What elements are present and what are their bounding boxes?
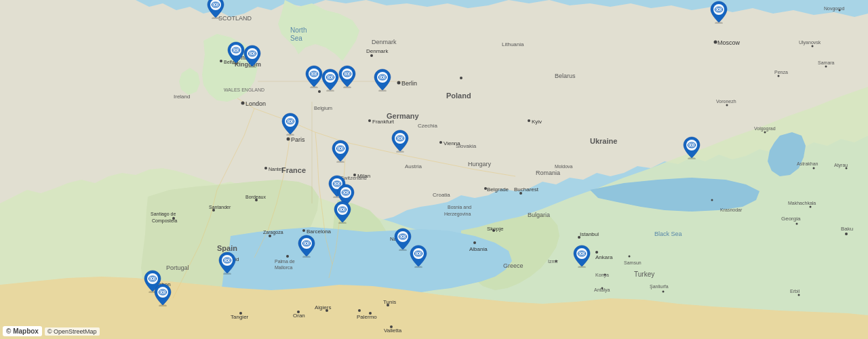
svg-text:Czechia: Czechia bbox=[418, 123, 437, 129]
svg-text:Greece: Greece bbox=[503, 262, 524, 269]
svg-point-168 bbox=[347, 73, 348, 75]
svg-point-34 bbox=[370, 54, 373, 57]
map-marker-m10[interactable] bbox=[390, 129, 410, 153]
svg-text:Ankara: Ankara bbox=[595, 254, 613, 260]
svg-text:Zaragoza: Zaragoza bbox=[263, 230, 283, 235]
svg-point-61 bbox=[269, 235, 271, 237]
map-marker-m15[interactable] bbox=[217, 252, 237, 275]
svg-point-118 bbox=[764, 132, 766, 134]
map-marker-m21[interactable] bbox=[682, 136, 702, 159]
svg-text:Ulyanovsk: Ulyanovsk bbox=[799, 40, 821, 45]
svg-text:Şanliurfa: Şanliurfa bbox=[650, 284, 669, 290]
map-container: London Paris Berlin Frankfurt Vienna Mil… bbox=[0, 0, 868, 339]
svg-text:Palermo: Palermo bbox=[357, 314, 377, 320]
svg-text:Santander: Santander bbox=[209, 205, 231, 210]
svg-point-137 bbox=[810, 206, 812, 208]
svg-text:Samara: Samara bbox=[818, 60, 835, 65]
svg-text:North: North bbox=[290, 26, 307, 34]
svg-text:Skopje: Skopje bbox=[487, 226, 504, 232]
svg-text:Atyrau: Atyrau bbox=[834, 163, 848, 168]
svg-text:Antalya: Antalya bbox=[594, 287, 610, 293]
svg-point-5 bbox=[287, 138, 290, 141]
svg-text:Moscow: Moscow bbox=[717, 39, 741, 46]
svg-point-30 bbox=[595, 251, 598, 254]
svg-point-238 bbox=[581, 253, 583, 254]
svg-text:Ukraine: Ukraine bbox=[590, 137, 617, 145]
svg-point-158 bbox=[313, 73, 315, 75]
svg-point-208 bbox=[306, 243, 307, 244]
svg-text:Poland: Poland bbox=[446, 92, 471, 100]
svg-text:Bosnia and: Bosnia and bbox=[448, 205, 471, 210]
svg-point-67 bbox=[220, 60, 222, 62]
svg-text:Erbil: Erbil bbox=[790, 289, 800, 294]
svg-point-153 bbox=[252, 53, 253, 54]
map-marker-m20[interactable] bbox=[572, 245, 592, 268]
svg-point-101 bbox=[629, 256, 631, 258]
svg-text:Denmark: Denmark bbox=[372, 39, 397, 45]
svg-text:Belgium: Belgium bbox=[314, 105, 332, 111]
svg-point-126 bbox=[812, 45, 814, 47]
svg-point-135 bbox=[798, 294, 800, 296]
map-marker-m22[interactable] bbox=[709, 1, 729, 24]
svg-text:Samsun: Samsun bbox=[624, 260, 642, 265]
svg-text:Berlin: Berlin bbox=[401, 80, 417, 87]
svg-text:Paris: Paris bbox=[291, 136, 305, 143]
map-marker-m9[interactable] bbox=[330, 140, 351, 163]
svg-text:Izmir: Izmir bbox=[548, 259, 559, 264]
svg-text:Lithuania: Lithuania bbox=[502, 41, 524, 47]
svg-point-178 bbox=[290, 121, 291, 122]
svg-text:Konya: Konya bbox=[595, 273, 609, 278]
svg-text:Istanbul: Istanbul bbox=[580, 231, 599, 237]
svg-text:Ireland: Ireland bbox=[174, 94, 190, 100]
svg-point-213 bbox=[226, 260, 228, 261]
svg-point-41 bbox=[473, 241, 476, 244]
svg-text:Tangier: Tangier bbox=[231, 314, 249, 320]
svg-text:Herzegovina: Herzegovina bbox=[444, 212, 471, 217]
svg-text:Barcelona: Barcelona bbox=[307, 228, 332, 235]
svg-point-122 bbox=[778, 75, 780, 77]
map-marker-m6[interactable] bbox=[337, 65, 357, 88]
svg-point-116 bbox=[813, 167, 815, 170]
map-marker-m13[interactable] bbox=[332, 201, 353, 224]
svg-point-111 bbox=[845, 233, 848, 235]
osm-attribution: © OpenStreetMap bbox=[45, 327, 100, 336]
svg-point-124 bbox=[825, 66, 827, 68]
map-marker-m19[interactable] bbox=[408, 245, 429, 268]
svg-text:Algiers: Algiers bbox=[315, 304, 331, 311]
map-marker-m3[interactable] bbox=[242, 45, 262, 68]
svg-point-188 bbox=[399, 138, 401, 139]
map-marker-m1[interactable] bbox=[205, 0, 226, 19]
map-attribution: © Mapbox © OpenStreetMap bbox=[3, 326, 100, 336]
svg-point-7 bbox=[397, 81, 401, 85]
map-marker-m14[interactable] bbox=[296, 235, 317, 258]
svg-text:Baku: Baku bbox=[841, 226, 853, 232]
svg-text:Kyiv: Kyiv bbox=[532, 119, 542, 125]
svg-text:Voronezh: Voronezh bbox=[716, 99, 736, 104]
svg-point-65 bbox=[264, 167, 267, 170]
svg-text:Penza: Penza bbox=[774, 70, 788, 75]
svg-text:Bordeaux: Bordeaux bbox=[245, 195, 266, 199]
svg-text:Palma de: Palma de bbox=[275, 259, 295, 264]
svg-point-163 bbox=[330, 77, 331, 78]
svg-text:Albania: Albania bbox=[469, 246, 488, 252]
svg-text:Turkey: Turkey bbox=[634, 271, 654, 278]
svg-point-198 bbox=[345, 192, 347, 193]
svg-text:Astrakhan: Astrakhan bbox=[797, 161, 818, 166]
svg-text:Germany: Germany bbox=[387, 112, 420, 120]
svg-text:Romania: Romania bbox=[536, 170, 560, 176]
map-marker-m8[interactable] bbox=[280, 113, 300, 136]
mapbox-logo: © Mapbox bbox=[3, 326, 42, 336]
map-marker-m17[interactable] bbox=[153, 283, 173, 306]
svg-text:Tunis: Tunis bbox=[383, 299, 396, 305]
svg-text:Austria: Austria bbox=[405, 163, 422, 170]
map-background: London Paris Berlin Frankfurt Vienna Mil… bbox=[0, 0, 868, 339]
svg-point-11 bbox=[439, 141, 442, 144]
svg-point-21 bbox=[460, 77, 462, 79]
svg-point-148 bbox=[235, 49, 237, 51]
svg-text:Moldova: Moldova bbox=[555, 164, 573, 169]
svg-point-15 bbox=[302, 229, 305, 232]
map-marker-m7[interactable] bbox=[372, 68, 393, 92]
svg-text:Bulgaria: Bulgaria bbox=[528, 212, 550, 218]
svg-point-51 bbox=[358, 309, 361, 312]
svg-point-218 bbox=[152, 278, 153, 279]
